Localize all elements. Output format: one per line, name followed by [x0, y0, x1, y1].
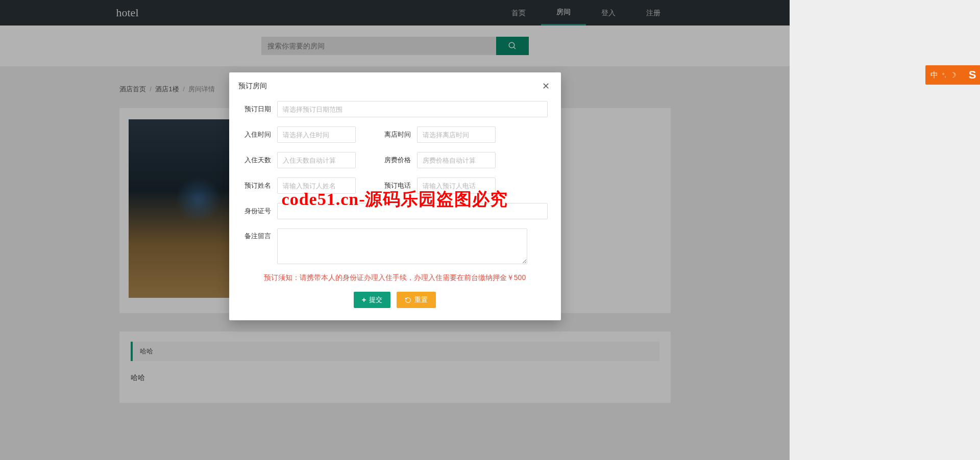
- reset-button[interactable]: 重置: [397, 292, 436, 308]
- moon-icon[interactable]: ☽: [950, 71, 957, 79]
- input-checkout-time[interactable]: [417, 126, 496, 143]
- booking-notice: 预订须知：请携带本人的身份证办理入住手续，办理入住需要在前台缴纳押金￥500: [242, 273, 548, 283]
- input-guest-name[interactable]: [277, 177, 356, 194]
- label-remark: 备注留言: [242, 228, 271, 241]
- submit-button-label: 提交: [369, 295, 382, 304]
- label-room-price: 房费价格: [382, 156, 411, 165]
- modal-close-button[interactable]: ✕: [540, 80, 552, 93]
- label-guest-phone: 预订电话: [382, 181, 411, 190]
- label-booking-date: 预订日期: [242, 105, 271, 114]
- input-id-number[interactable]: [277, 203, 548, 219]
- input-booking-date[interactable]: [277, 101, 548, 117]
- ime-punct-icon[interactable]: °,: [942, 72, 946, 78]
- label-guest-name: 预订姓名: [242, 181, 271, 190]
- input-stay-days[interactable]: [277, 152, 356, 168]
- label-checkout-time: 离店时间: [382, 130, 411, 139]
- label-checkin-time: 入住时间: [242, 130, 271, 139]
- label-stay-days: 入住天数: [242, 156, 271, 165]
- booking-modal: 预订房间 ✕ 预订日期 入住时间 离店时间: [229, 72, 561, 320]
- input-guest-phone[interactable]: [417, 177, 496, 194]
- refresh-icon: [405, 297, 411, 303]
- textarea-remark[interactable]: [277, 228, 527, 264]
- modal-title: 预订房间: [238, 82, 267, 91]
- close-icon: ✕: [542, 81, 550, 91]
- sogou-logo-icon[interactable]: S: [967, 69, 978, 81]
- label-id-number: 身份证号: [242, 207, 271, 216]
- input-checkin-time[interactable]: [277, 126, 356, 143]
- ime-toolbar[interactable]: 中 °, ☽ S: [925, 65, 980, 85]
- submit-button[interactable]: + 提交: [354, 292, 390, 308]
- reset-button-label: 重置: [414, 295, 428, 304]
- input-room-price[interactable]: [417, 152, 496, 168]
- plus-icon: +: [362, 296, 366, 303]
- ime-lang-indicator[interactable]: 中: [930, 70, 938, 80]
